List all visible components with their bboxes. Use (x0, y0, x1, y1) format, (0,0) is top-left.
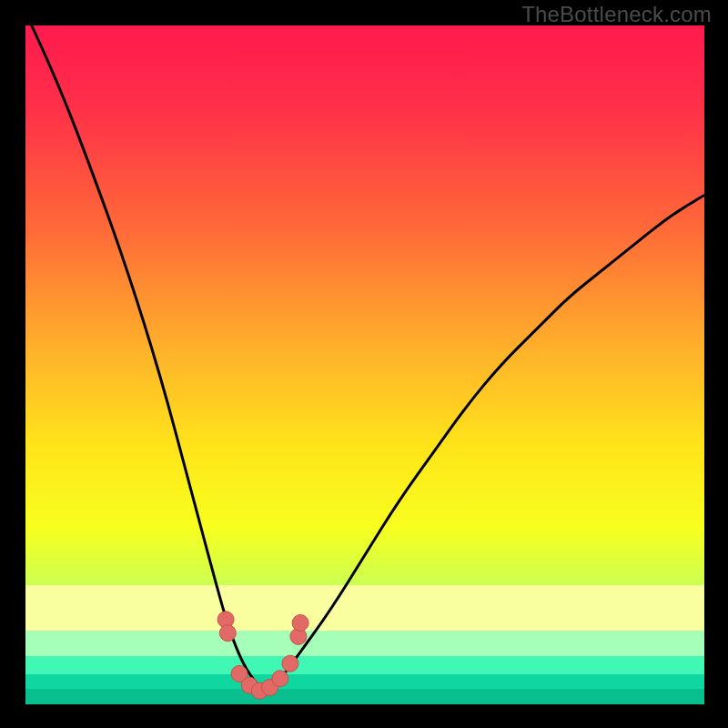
band-green2 (25, 656, 704, 674)
watermark-text: TheBottleneck.com (521, 2, 712, 27)
fit-marker (272, 671, 288, 687)
band-green4 (25, 689, 704, 704)
chart-svg (25, 25, 704, 704)
lower-bands (25, 585, 704, 704)
band-green3 (25, 674, 704, 689)
fit-marker (292, 615, 308, 632)
fit-marker (282, 655, 298, 672)
band-green1 (25, 631, 704, 656)
fit-marker (219, 625, 236, 642)
plot-area (25, 25, 704, 704)
chart-frame: TheBottleneck.com (0, 0, 728, 728)
band-yellow (25, 585, 704, 631)
